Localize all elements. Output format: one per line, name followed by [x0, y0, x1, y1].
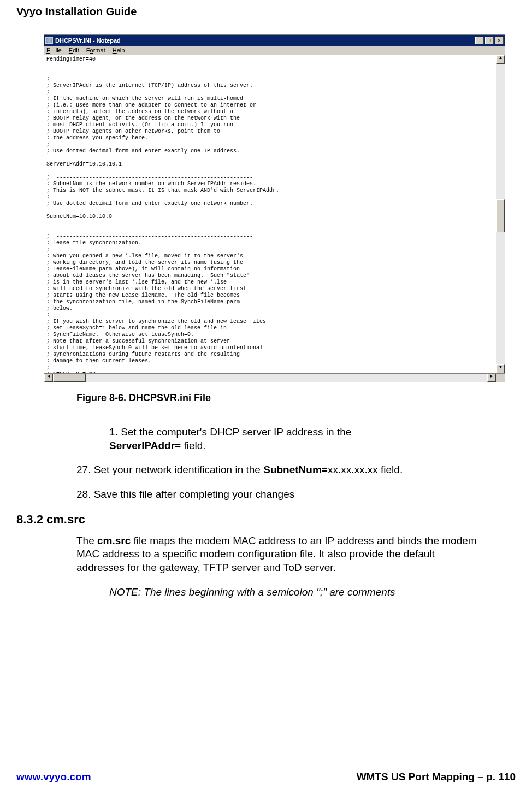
- notepad-text-area[interactable]: PendingTimer=40 ; ----------------------…: [44, 55, 496, 373]
- page-footer: www.vyyo.com WMTS US Port Mapping – p. 1…: [16, 771, 516, 783]
- step-1-text-c: field.: [181, 440, 205, 451]
- horizontal-scrollbar[interactable]: ◄ ►: [44, 373, 496, 382]
- step-1-bold: ServerIPAddr=: [109, 440, 181, 451]
- menu-help[interactable]: Help: [113, 47, 125, 54]
- step-27-bold: SubnetNum=: [263, 464, 328, 475]
- step-1: 1. Set the computer's DHCP server IP add…: [109, 426, 461, 452]
- scroll-right-button[interactable]: ►: [487, 374, 496, 382]
- step-28: 28. Save this file after completing your…: [76, 488, 483, 502]
- section-para: The cm.src file maps the modem MAC addre…: [76, 534, 483, 575]
- notepad-title: DHCPSVr.INI - Notepad: [55, 37, 475, 44]
- step-1-text-a: Set the computer's DHCP server IP addres…: [121, 426, 351, 438]
- maximize-button[interactable]: □: [485, 37, 494, 44]
- footer-link[interactable]: www.vyyo.com: [16, 771, 91, 783]
- page-title: Vyyo Installation Guide: [16, 5, 516, 18]
- step-27-number: 27.: [76, 464, 94, 475]
- scroll-up-button[interactable]: ▲: [496, 55, 505, 64]
- scroll-left-button[interactable]: ◄: [44, 374, 53, 382]
- note-text: NOTE: The lines beginning with a semicol…: [109, 586, 417, 599]
- footer-right: WMTS US Port Mapping – p. 110: [357, 771, 516, 783]
- step-27: 27. Set your network identification in t…: [76, 463, 483, 477]
- section-number: 8.3.2: [16, 513, 43, 526]
- step-1-number: 1.: [109, 426, 121, 438]
- scroll-h-thumb[interactable]: [53, 374, 86, 382]
- section-heading: 8.3.2 cm.src: [16, 513, 516, 527]
- menu-format[interactable]: Format: [86, 47, 105, 54]
- step-27-text-c: xx.xx.xx.xx field.: [328, 464, 403, 475]
- figure-caption: Figure 8-6. DHCPSVR.ini File: [76, 392, 516, 404]
- notepad-menubar: File Edit Format Help: [44, 46, 505, 55]
- para-c: file maps the modem MAC address to an IP…: [76, 535, 477, 573]
- menu-file[interactable]: File: [46, 47, 62, 54]
- scroll-down-button[interactable]: ▼: [496, 364, 505, 373]
- scroll-h-track[interactable]: [53, 374, 487, 382]
- minimize-button[interactable]: _: [475, 37, 484, 44]
- vertical-scrollbar[interactable]: ▲ ▼: [496, 55, 505, 373]
- para-a: The: [76, 535, 97, 546]
- step-27-text-a: Set your network identification in the: [94, 464, 264, 475]
- notepad-icon: [45, 37, 53, 44]
- close-button[interactable]: ×: [495, 37, 504, 44]
- para-bold: cm.src: [97, 535, 131, 546]
- notepad-window: DHCPSVr.INI - Notepad _ □ × File Edit Fo…: [44, 34, 505, 382]
- scroll-v-track[interactable]: [496, 64, 505, 364]
- menu-edit[interactable]: Edit: [69, 47, 79, 54]
- section-title: cm.src: [46, 513, 85, 526]
- notepad-titlebar: DHCPSVr.INI - Notepad _ □ ×: [44, 35, 505, 46]
- scrollbar-corner: [496, 373, 505, 382]
- scroll-v-thumb[interactable]: [496, 199, 505, 232]
